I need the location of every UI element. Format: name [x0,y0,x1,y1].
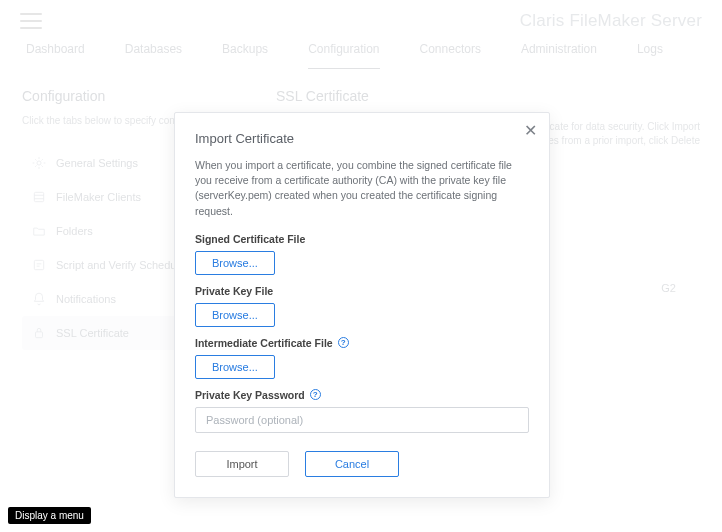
password-label: Private Key Password ? [195,389,529,401]
display-menu-badge: Display a menu [8,507,91,524]
cancel-button[interactable]: Cancel [305,451,399,477]
import-certificate-modal: ✕ Import Certificate When you import a c… [174,112,550,498]
help-icon[interactable]: ? [310,389,321,400]
modal-title: Import Certificate [195,131,529,146]
intermediate-cert-label: Intermediate Certificate File ? [195,337,529,349]
import-button[interactable]: Import [195,451,289,477]
password-input[interactable] [195,407,529,433]
browse-intermediate-button[interactable]: Browse... [195,355,275,379]
signed-cert-label: Signed Certificate File [195,233,529,245]
help-icon[interactable]: ? [338,337,349,348]
password-label-text: Private Key Password [195,389,305,401]
close-icon[interactable]: ✕ [524,123,537,139]
browse-key-button[interactable]: Browse... [195,303,275,327]
browse-signed-button[interactable]: Browse... [195,251,275,275]
modal-description: When you import a certificate, you combi… [195,158,529,219]
intermediate-cert-label-text: Intermediate Certificate File [195,337,333,349]
private-key-label: Private Key File [195,285,529,297]
